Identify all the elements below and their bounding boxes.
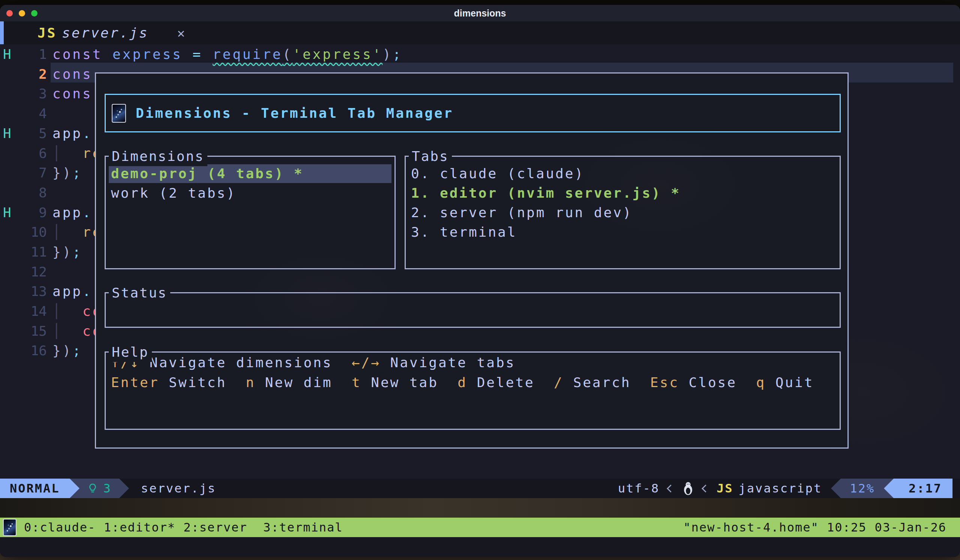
os-penguin-icon	[682, 478, 694, 498]
line-number: 12	[15, 264, 47, 280]
status-panel-label: Status	[109, 283, 170, 303]
code-token: ;	[72, 343, 83, 358]
code-token: })	[53, 343, 72, 358]
code-token: )	[382, 46, 393, 62]
code-line[interactable]: H 1 const express = require('express');	[0, 44, 960, 64]
help-text: Navigate tabs	[381, 355, 515, 370]
key-hint: /	[554, 375, 564, 390]
dimension-item-work[interactable]: work (2 tabs)	[109, 184, 392, 203]
key-hint: Enter	[111, 375, 159, 390]
tmux-statusbar: 0:claude- 1:editor* 2:server 3:terminal …	[0, 518, 960, 537]
line-number: 3	[15, 86, 47, 101]
cursor-position: 2:17	[894, 478, 952, 498]
line-number: 6	[15, 146, 47, 161]
code-token: })	[53, 165, 72, 181]
scroll-progress: 12%	[841, 478, 884, 498]
statusline: NORMAL 3 server.js utf-8 JS javascript 1…	[0, 478, 960, 498]
line-number: 1	[15, 46, 47, 62]
line-number: 11	[15, 244, 47, 259]
code-token: =	[192, 46, 212, 62]
tab-item-editor[interactable]: 1. editor (nvim server.js) *	[409, 184, 837, 203]
code-token: ;	[72, 244, 83, 259]
current-line-number: 2	[15, 66, 47, 82]
line-number: 16	[15, 343, 47, 358]
line-number: 7	[15, 165, 47, 181]
dialog-title: Dimensions - Terminal Tab Manager	[136, 106, 453, 121]
macos-titlebar: dimensions	[0, 5, 960, 21]
hint-count: 3	[104, 481, 112, 496]
help-panel: Help ↑/↓ Navigate dimensions ←/→ Navigat…	[105, 352, 841, 430]
dimensions-panel-label: Dimensions	[109, 147, 207, 166]
indent-guide: │	[53, 224, 62, 240]
code-token: app	[53, 126, 83, 141]
code-token: })	[53, 244, 72, 259]
session-thumbnail-icon	[3, 519, 16, 536]
editor-area: H 1 const express = require('express'); …	[0, 44, 960, 478]
line-number: 4	[15, 106, 47, 121]
lightbulb-icon	[87, 483, 98, 494]
buffer-tabbar: JS server.js ✕	[0, 21, 960, 44]
help-line-actions: Enter Switch n New dim t New tab d Delet…	[106, 373, 840, 392]
tab-item-claude[interactable]: 0. claude (claude)	[409, 164, 837, 183]
dimensions-dialog: Dimensions - Terminal Tab Manager Dimens…	[95, 72, 849, 449]
close-buffer-icon[interactable]: ✕	[177, 26, 186, 40]
javascript-icon: JS	[37, 25, 57, 40]
statusline-tail	[952, 478, 960, 498]
diagnostics-hints: 3	[80, 478, 119, 498]
powerline-separator	[884, 478, 894, 498]
help-panel-label: Help	[109, 342, 152, 362]
buffer-tab-serverjs[interactable]: JS server.js ✕	[37, 25, 186, 40]
line-number: 13	[15, 283, 47, 299]
tab-item-terminal[interactable]: 3. terminal	[409, 223, 837, 242]
line-number: 9	[15, 205, 47, 220]
code-token: app	[53, 205, 83, 220]
galaxy-thumbnail-icon	[112, 104, 126, 123]
statusline-filename: server.js	[141, 478, 216, 498]
harpoon-mark: H	[0, 126, 15, 141]
help-text: Close	[679, 375, 756, 390]
key-hint: q	[756, 375, 766, 390]
indent-guide: │	[53, 146, 62, 161]
help-text: New tab	[362, 375, 458, 390]
code-token: cons	[53, 66, 93, 82]
tmux-host-clock: "new-host-4.home" 10:25 03-Jan-26	[683, 520, 947, 534]
code-token: const	[53, 46, 112, 62]
line-number: 5	[15, 126, 47, 141]
code-token: ;	[393, 46, 403, 62]
javascript-icon: JS	[717, 478, 733, 498]
dimension-item-demo-proj[interactable]: demo-proj (4 tabs) *	[109, 164, 392, 183]
buffer-tab-label: server.js	[62, 25, 149, 40]
line-number: 14	[15, 304, 47, 319]
key-hint: Esc	[650, 375, 679, 390]
tmux-window-list[interactable]: 0:claude- 1:editor* 2:server 3:terminal	[24, 520, 343, 534]
key-hint: t	[352, 375, 362, 390]
window-bottom-padding	[0, 537, 960, 557]
chevron-left-icon	[702, 484, 709, 492]
help-text: Search	[564, 375, 650, 390]
status-panel: Status	[105, 292, 841, 328]
powerline-separator	[119, 478, 129, 498]
code-token: .	[83, 126, 93, 141]
tabs-panel-label: Tabs	[409, 147, 452, 166]
wallpaper-gap	[0, 498, 960, 518]
code-token: express	[112, 46, 192, 62]
chevron-left-icon	[667, 484, 675, 492]
help-text: New dim	[255, 375, 352, 390]
harpoon-mark: H	[0, 205, 15, 220]
vim-mode-indicator: NORMAL	[0, 478, 70, 498]
code-token: app	[53, 283, 83, 299]
help-line-navigation: ↑/↓ Navigate dimensions ←/→ Navigate tab…	[106, 353, 840, 373]
tab-item-server[interactable]: 2. server (npm run dev)	[409, 203, 837, 222]
terminal-window: dimensions JS server.js ✕ H 1 const expr…	[0, 5, 960, 557]
line-number: 10	[15, 224, 47, 240]
dialog-title-box: Dimensions - Terminal Tab Manager	[105, 94, 841, 133]
tabs-panel: Tabs 0. claude (claude) 1. editor (nvim …	[405, 156, 841, 269]
window-title: dimensions	[0, 8, 960, 19]
code-token: cons	[53, 86, 93, 101]
dimensions-panel: Dimensions demo-proj (4 tabs) * work (2 …	[105, 156, 396, 269]
key-hint: n	[246, 375, 255, 390]
left-edge-indicator	[0, 21, 4, 44]
indent-guide: │	[53, 323, 62, 339]
code-token: .	[83, 205, 93, 220]
help-text: Switch	[159, 375, 246, 390]
